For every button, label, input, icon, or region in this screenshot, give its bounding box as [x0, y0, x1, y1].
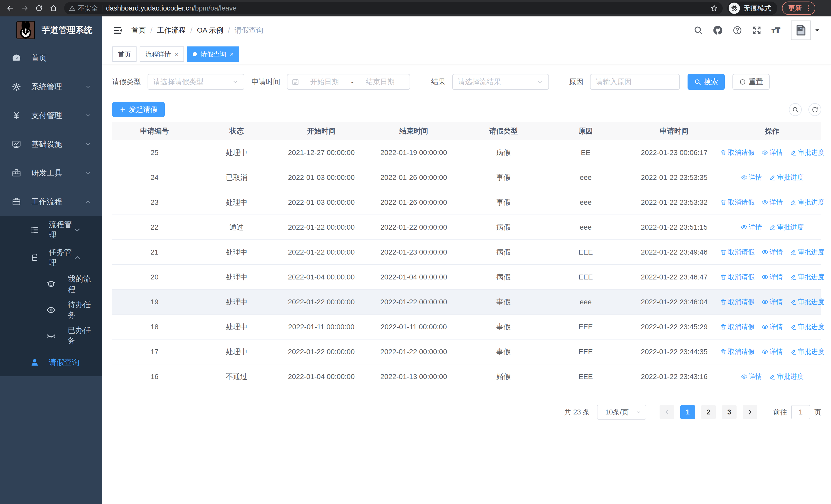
result-select[interactable]: 请选择流结果: [452, 74, 549, 90]
page-button-3[interactable]: 3: [722, 405, 737, 419]
sidebar-item-task-mgmt[interactable]: 任务管理: [0, 244, 102, 271]
tab-首页[interactable]: 首页: [112, 47, 137, 62]
breadcrumb-item: 请假查询: [235, 25, 263, 35]
cell-reason: EEE: [546, 240, 625, 265]
close-icon[interactable]: ×: [174, 51, 178, 58]
breadcrumb-item[interactable]: 首页: [132, 25, 146, 35]
progress-action-link[interactable]: 审批进度: [790, 248, 825, 257]
search-button[interactable]: 搜索: [688, 74, 725, 90]
cell-actions: 取消请假详情审批进度: [723, 265, 821, 290]
cancel-action-link[interactable]: 取消请假: [720, 248, 755, 257]
progress-action-link[interactable]: 审批进度: [790, 272, 825, 281]
prev-page-button[interactable]: [660, 405, 674, 419]
fullscreen-icon[interactable]: [752, 25, 762, 35]
main-area: 首页/工作流程/OA 示例/请假查询 TT 首页流程详情×请假查询× 请假类型 …: [102, 17, 831, 504]
apply-time-range-input[interactable]: 开始日期 - 结束日期: [287, 74, 410, 90]
browser-reload-button[interactable]: [33, 2, 45, 14]
browser-forward-button[interactable]: [19, 2, 31, 14]
cell-leave_type: 病假: [461, 240, 546, 265]
reason-input[interactable]: 请输入原因: [590, 74, 680, 90]
browser-update-button[interactable]: 更新: [782, 2, 815, 15]
chevron-down-icon: [85, 83, 91, 90]
goto-page-input[interactable]: 1: [791, 405, 810, 419]
header-actions: TT: [684, 21, 821, 40]
search-icon[interactable]: [693, 25, 703, 35]
address-bar[interactable]: 不安全 dashboard.yudao.iocoder.cn/bpm/oa/le…: [64, 2, 723, 14]
cancel-action-link[interactable]: 取消请假: [720, 347, 755, 356]
leave-type-select[interactable]: 请选择请假类型: [148, 74, 244, 90]
detail-action-link[interactable]: 详情: [741, 372, 762, 381]
tab-请假查询[interactable]: 请假查询×: [187, 47, 239, 62]
sidebar-item-my-process[interactable]: 我的流程: [0, 271, 102, 297]
cancel-action-link[interactable]: 取消请假: [720, 148, 755, 157]
detail-action-link[interactable]: 详情: [741, 223, 762, 232]
chevron-left-icon: [664, 409, 670, 415]
progress-action-link[interactable]: 审批进度: [790, 322, 825, 331]
browser-menu-icon[interactable]: [805, 4, 812, 12]
trash-icon: [720, 273, 727, 280]
cancel-action-link[interactable]: 取消请假: [720, 297, 755, 306]
progress-action-link[interactable]: 审批进度: [790, 347, 825, 356]
page-button-2[interactable]: 2: [701, 405, 716, 419]
collapse-sidebar-icon[interactable]: [112, 25, 123, 35]
reset-button[interactable]: 重置: [733, 74, 770, 90]
user-menu-caret-icon[interactable]: [813, 27, 821, 34]
sidebar-item-payment[interactable]: 支付管理: [0, 101, 102, 130]
detail-action-link[interactable]: 详情: [762, 322, 783, 331]
cell-end_time: 2022-01-26 00:00:00: [366, 165, 461, 190]
sidebar-item-infra[interactable]: 基础设施: [0, 130, 102, 158]
breadcrumb-item[interactable]: 工作流程: [157, 25, 186, 35]
tab-流程详情[interactable]: 流程详情×: [140, 47, 184, 62]
refresh-table-button[interactable]: [808, 103, 821, 116]
create-leave-button[interactable]: 发起请假: [112, 102, 165, 117]
column-header: 开始时间: [277, 122, 366, 140]
toggle-search-button[interactable]: [789, 103, 802, 116]
cell-reason: EEE: [546, 364, 625, 389]
refresh-icon: [811, 106, 819, 113]
progress-action-link[interactable]: 审批进度: [790, 297, 825, 306]
sidebar-item-process-mgmt[interactable]: 流程管理: [0, 216, 102, 244]
detail-action-link[interactable]: 详情: [762, 148, 783, 157]
active-tab-dot: [193, 52, 197, 56]
browser-back-button[interactable]: [4, 2, 17, 14]
user-avatar[interactable]: [791, 21, 811, 40]
breadcrumb: 首页/工作流程/OA 示例/请假查询: [132, 25, 263, 35]
sidebar-item-system[interactable]: 系统管理: [0, 72, 102, 101]
detail-action-link[interactable]: 详情: [762, 248, 783, 257]
progress-action-link[interactable]: 审批进度: [769, 223, 804, 232]
sidebar-menu: 首页系统管理支付管理基础设施研发工具工作流程流程管理任务管理我的流程待办任务已办…: [0, 43, 102, 376]
detail-action-link[interactable]: 详情: [741, 173, 762, 182]
cancel-action-link[interactable]: 取消请假: [720, 198, 755, 207]
eye-open-icon: [741, 224, 748, 231]
page-size-select[interactable]: 10条/页: [597, 405, 646, 420]
help-icon[interactable]: [733, 25, 742, 35]
cancel-action-link[interactable]: 取消请假: [720, 272, 755, 281]
sidebar-item-leave-query[interactable]: 请假查询: [0, 349, 102, 376]
progress-action-link[interactable]: 审批进度: [769, 173, 804, 182]
progress-action-link[interactable]: 审批进度: [790, 198, 825, 207]
github-icon[interactable]: [713, 25, 723, 35]
detail-action-link[interactable]: 详情: [762, 272, 783, 281]
sidebar-item-todo-tasks[interactable]: 待办任务: [0, 297, 102, 323]
page-button-1[interactable]: 1: [680, 405, 695, 419]
breadcrumb-item[interactable]: OA 示例: [197, 25, 224, 35]
chevron-down-icon: [73, 226, 82, 234]
close-icon[interactable]: ×: [230, 51, 233, 58]
sidebar-item-devtools[interactable]: 研发工具: [0, 158, 102, 187]
progress-action-link[interactable]: 审批进度: [769, 372, 804, 381]
cancel-action-link[interactable]: 取消请假: [720, 322, 755, 331]
next-page-button[interactable]: [743, 405, 757, 419]
detail-action-link[interactable]: 详情: [762, 297, 783, 306]
font-size-icon[interactable]: TT: [771, 25, 781, 35]
column-header: 结束时间: [366, 122, 461, 140]
sidebar-item-workflow[interactable]: 工作流程: [0, 187, 102, 216]
sidebar-item-home[interactable]: 首页: [0, 43, 102, 72]
detail-action-link[interactable]: 详情: [762, 347, 783, 356]
edit-icon: [790, 348, 797, 355]
bookmark-star-icon[interactable]: [710, 4, 718, 12]
browser-home-button[interactable]: [47, 2, 60, 14]
progress-action-link[interactable]: 审批进度: [790, 148, 825, 157]
plus-icon: [119, 106, 126, 113]
sidebar-item-done-tasks[interactable]: 已办任务: [0, 323, 102, 349]
detail-action-link[interactable]: 详情: [762, 198, 783, 207]
